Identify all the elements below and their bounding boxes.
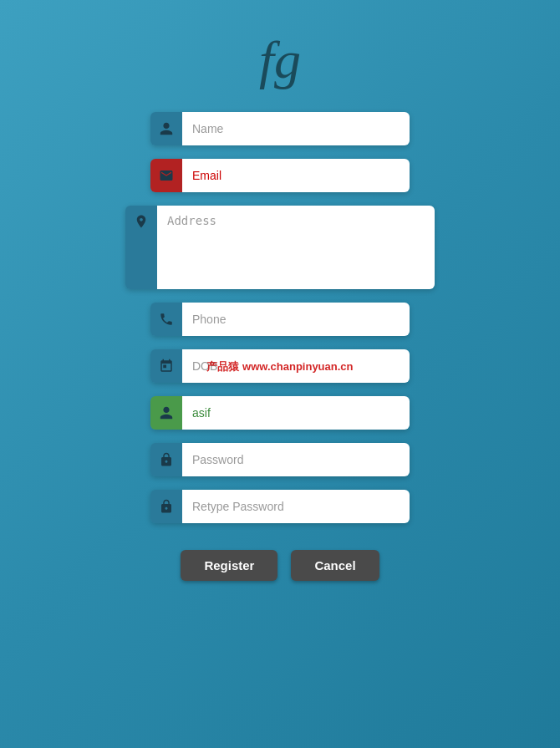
register-button[interactable]: Register (181, 550, 277, 581)
username-person-icon (150, 396, 182, 430)
email-field-row (150, 159, 410, 192)
name-field-row (150, 112, 410, 145)
calendar-icon (150, 349, 182, 383)
phone-field-row (150, 303, 410, 336)
email-input[interactable] (182, 159, 410, 192)
dob-input[interactable] (182, 349, 410, 383)
name-input[interactable] (182, 112, 410, 145)
retype-password-field-row (150, 490, 410, 523)
phone-input[interactable] (182, 303, 410, 336)
email-icon (150, 159, 182, 192)
cancel-button[interactable]: Cancel (291, 550, 379, 581)
username-input[interactable] (182, 396, 410, 430)
person-icon (150, 112, 182, 145)
logo-icon: fg (259, 30, 301, 89)
retype-password-input[interactable] (182, 490, 410, 523)
phone-icon (150, 303, 182, 336)
location-icon (125, 206, 157, 289)
address-input[interactable] (157, 206, 435, 289)
form-container: Register Cancel (0, 112, 560, 581)
password-field-row (150, 443, 410, 476)
retype-lock-icon (150, 490, 182, 523)
address-field-row (125, 206, 435, 289)
password-lock-icon (150, 443, 182, 476)
password-input[interactable] (182, 443, 410, 476)
logo-area: fg (259, 33, 301, 87)
buttons-row: Register Cancel (181, 550, 379, 581)
dob-field-row (150, 349, 410, 383)
username-field-row (150, 396, 410, 430)
